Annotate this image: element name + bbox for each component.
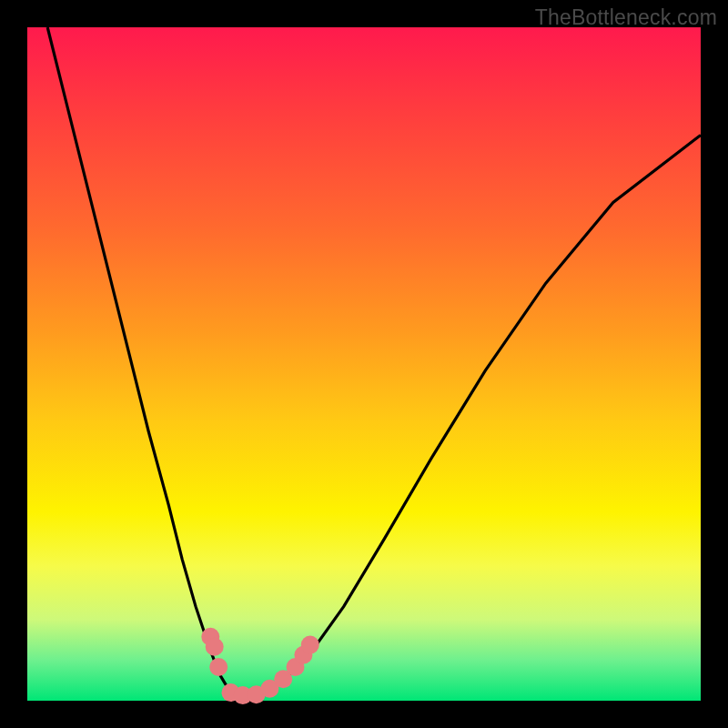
marker-left-3: [209, 658, 228, 676]
markers: [201, 628, 318, 704]
marker-left-2: [206, 638, 224, 656]
curve-layer: [27, 27, 701, 701]
chart-frame: TheBottleneck.com: [0, 0, 728, 728]
plot-area: [27, 27, 701, 701]
bottleneck-curve: [47, 27, 701, 695]
marker-right-3: [301, 636, 319, 654]
watermark-text: TheBottleneck.com: [535, 5, 717, 30]
